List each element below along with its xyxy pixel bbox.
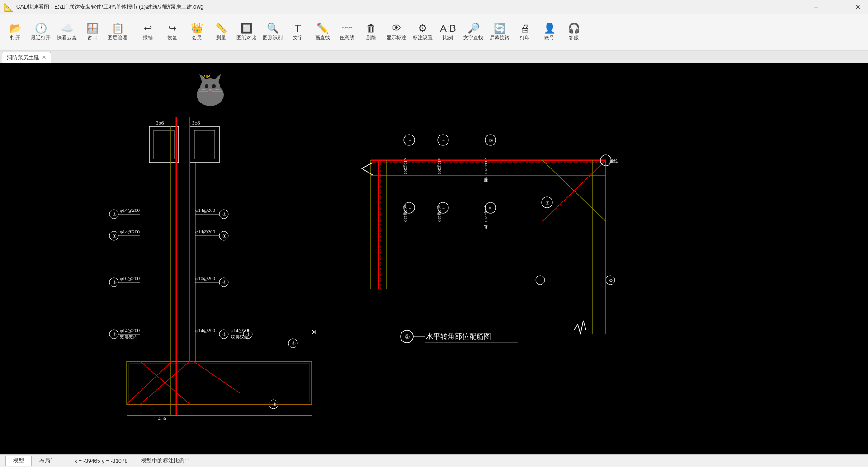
line-icon: ✏️	[316, 23, 329, 33]
toolbar-item-print[interactable]: 🖨打印	[513, 17, 537, 48]
svg-rect-0	[0, 63, 868, 454]
svg-text:双层双向: 双层双向	[231, 335, 249, 340]
toolbar-item-account[interactable]: 👤账号	[538, 17, 561, 48]
toolbar-item-recognize[interactable]: 🔍图形识别	[260, 17, 285, 48]
anyline-icon: 〰	[342, 23, 352, 33]
tab-label: 消防泵房土建	[7, 54, 39, 61]
svg-text:φ10@200: φ10@200	[120, 276, 140, 281]
svg-text:φ14@200: φ14@200	[120, 229, 140, 234]
recent-label: 最近打开	[31, 34, 51, 41]
vip-icon: 👑	[191, 23, 203, 33]
titlebar-title: CAD快速看图 - E:\1广联达安装软件\工程\单体报审 (1)\建筑\消防泵…	[16, 3, 203, 11]
toolbar-item-redo[interactable]: ↪恢复	[160, 17, 184, 48]
toolbar-separator	[133, 21, 133, 44]
svg-text:⑤: ⑤	[222, 332, 226, 337]
svg-text:①: ①	[113, 234, 117, 238]
measure-label: 测量	[216, 34, 226, 41]
tabbar: 消防泵房土建 ✕	[0, 51, 868, 63]
toolbar-item-rotate[interactable]: 🔄屏幕旋转	[487, 17, 512, 48]
svg-text:φ10@200: φ10@200	[403, 158, 408, 174]
canvas-area: 3φ6 3φ6 ② φ14@200 ① φ14@200	[0, 63, 868, 454]
textfind-label: 文字查找	[463, 34, 483, 41]
svg-text:φ14@200: φ14@200	[195, 207, 215, 213]
tab-close-button[interactable]: ✕	[42, 55, 46, 61]
svg-text:①: ①	[222, 234, 226, 238]
svg-text:双层双向: 双层双向	[120, 335, 138, 340]
cloud-icon: ☁️	[61, 23, 73, 33]
svg-text:φ14@200: φ14@200	[195, 229, 215, 234]
layout-tab[interactable]: 布局1	[32, 456, 61, 466]
close-button[interactable]: ✕	[847, 0, 868, 14]
svg-text:水平转角部位配筋图: 水平转角部位配筋图	[426, 332, 491, 340]
toolbar-item-window[interactable]: 🪟窗口	[80, 17, 104, 48]
svg-text:φ10@200: φ10@200	[437, 158, 442, 174]
svg-text:⑤: ⑤	[545, 200, 550, 205]
minimize-button[interactable]: −	[806, 0, 826, 14]
account-label: 账号	[544, 34, 554, 41]
toolbar-item-compare[interactable]: 🔲图纸对比	[234, 17, 259, 48]
svg-text:－: －	[407, 138, 412, 143]
toolbar-item-anyline[interactable]: 〰任意线	[335, 17, 359, 48]
toolbar-item-textfind[interactable]: 🔎文字查找	[461, 17, 486, 48]
titlebar-left: 📐 CAD快速看图 - E:\1广联达安装软件\工程\单体报审 (1)\建筑\消…	[0, 2, 203, 12]
toolbar-item-measure[interactable]: 📏测量	[209, 17, 233, 48]
compare-label: 图纸对比	[236, 34, 256, 41]
measure-icon: 📏	[215, 23, 227, 33]
svg-text:φ10@200: φ10@200	[195, 276, 215, 281]
service-label: 客服	[569, 34, 579, 41]
model-tab[interactable]: 模型	[5, 456, 32, 466]
maximize-button[interactable]: □	[826, 0, 847, 14]
markset-icon: ⚙	[418, 23, 427, 33]
recent-icon: 🕐	[35, 23, 47, 33]
svg-text:φ10@200: φ10@200	[403, 205, 408, 222]
print-icon: 🖨	[520, 23, 530, 33]
svg-text:4φ6: 4φ6	[158, 416, 166, 421]
open-label: 打开	[10, 34, 20, 41]
coords-display: x = -39465 y = -31078	[75, 458, 127, 464]
anyline-label: 任意线	[340, 34, 354, 41]
window-icon: 🪟	[86, 23, 99, 33]
svg-text:轴线: 轴线	[609, 159, 618, 163]
titlebar-controls: − □ ✕	[806, 0, 868, 14]
svg-text:φ14@200: φ14@200	[120, 207, 140, 213]
toolbar-item-recent[interactable]: 🕐最近打开	[28, 17, 53, 48]
svg-text:②: ②	[222, 212, 226, 217]
toolbar-item-delete[interactable]: 🗑删除	[359, 17, 383, 48]
toolbar-item-cloud[interactable]: ☁️快看云盘	[54, 17, 80, 48]
svg-text:⑤: ⑤	[489, 138, 493, 143]
toolbar-item-scale[interactable]: A:B比例	[436, 17, 460, 48]
recognize-icon: 🔍	[267, 23, 279, 33]
toolbar-item-service[interactable]: 🎧客服	[562, 17, 585, 48]
statusbar: 模型 布局1 x = -39465 y = -31078 模型中的标注比例: 1	[0, 454, 868, 467]
markset-label: 标注设置	[413, 34, 433, 41]
svg-text:④: ④	[292, 341, 296, 346]
scale-icon: A:B	[440, 23, 456, 33]
svg-text:－: －	[407, 205, 412, 211]
toolbar-item-markset[interactable]: ⚙标注设置	[410, 17, 435, 48]
tab-cad[interactable]: 消防泵房土建 ✕	[2, 52, 51, 63]
toolbar-item-showmark[interactable]: 👁显示标注	[384, 17, 409, 48]
layer-icon: 📋	[112, 23, 124, 33]
toolbar-item-text[interactable]: T文字	[286, 17, 310, 48]
svg-text:φ14@200: φ14@200	[120, 327, 140, 333]
open-icon: 📂	[9, 23, 22, 33]
toolbar-item-open[interactable]: 📂打开	[4, 17, 27, 48]
svg-text:⑦: ⑦	[113, 332, 117, 337]
svg-text:①: ①	[405, 333, 410, 340]
service-icon: 🎧	[568, 23, 580, 33]
scale-info: 模型中的标注比例: 1	[141, 457, 190, 465]
vip-label: 会员	[192, 34, 202, 41]
app-icon: 📐	[4, 2, 14, 12]
toolbar-item-undo[interactable]: ↩撤销	[136, 17, 160, 48]
status-tabs: 模型 布局1	[5, 456, 61, 466]
layer-label: 图层管理	[108, 34, 127, 41]
compare-icon: 🔲	[241, 23, 253, 33]
redo-icon: ↪	[168, 23, 176, 33]
toolbar-item-line[interactable]: ✏️画直线	[311, 17, 334, 48]
scale-label: 比例	[443, 34, 453, 41]
cloud-label: 快看云盘	[57, 34, 77, 41]
toolbar-item-layer[interactable]: 📋图层管理	[105, 17, 130, 48]
undo-icon: ↩	[144, 23, 152, 33]
svg-text:④: ④	[222, 280, 226, 285]
toolbar-item-vip[interactable]: 👑会员	[185, 17, 208, 48]
